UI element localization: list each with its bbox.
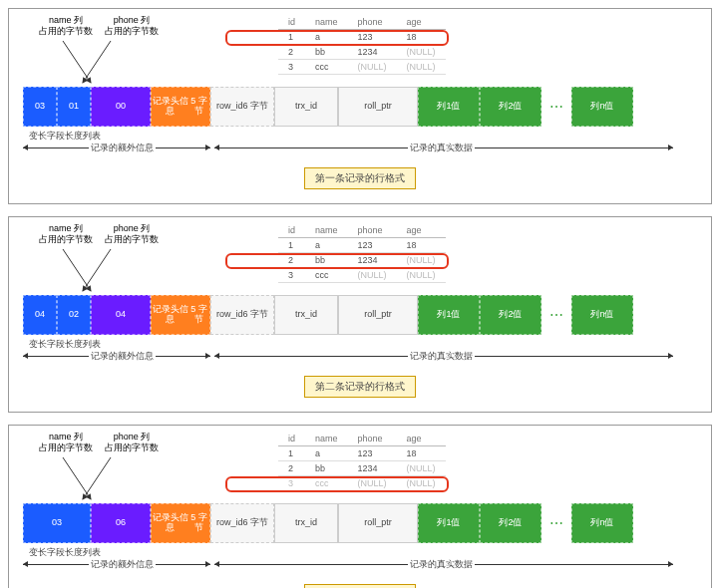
ellipsis: ⋯ xyxy=(541,295,571,335)
null-bitmap-block: 04 xyxy=(91,295,151,335)
record-panel: name 列占用的字节数phone 列占用的字节数idnamephoneage1… xyxy=(8,216,712,413)
row-id-block: row_id6 字节 xyxy=(210,503,274,543)
svg-line-1 xyxy=(83,41,111,83)
roll-ptr-block: roll_ptr xyxy=(338,503,418,543)
varlen-byte-block: 01 xyxy=(57,87,91,127)
record-panel: name 列占用的字节数phone 列占用的字节数idnamephoneage1… xyxy=(8,8,712,204)
table-header: id xyxy=(278,223,305,238)
phone-col-label: phone 列占用的字节数 xyxy=(105,432,159,453)
table-header: age xyxy=(397,15,446,30)
table-header: name xyxy=(305,432,348,446)
row-id-block: row_id6 字节 xyxy=(210,295,274,335)
coln-block: 列n值 xyxy=(571,295,633,335)
table-row: 3ccc(NULL)(NULL) xyxy=(278,476,446,491)
svg-line-3 xyxy=(83,249,111,291)
col2-block: 列2值 xyxy=(480,503,541,543)
table-header: id xyxy=(278,15,305,30)
trx-id-block: trx_id xyxy=(274,503,338,543)
record-panel: name 列占用的字节数phone 列占用的字节数idnamephoneage1… xyxy=(8,425,712,588)
record-header-block: 记录头信息5 字节 xyxy=(151,295,210,335)
extra-info-label: 记录的额外信息 xyxy=(89,350,156,363)
panel-caption: 第三条记录的行格式 xyxy=(304,584,416,588)
real-data-label: 记录的真实数据 xyxy=(408,142,475,154)
extra-info-label: 记录的额外信息 xyxy=(89,142,156,154)
data-table: idnamephoneage1a123182bb1234(NULL)3ccc(N… xyxy=(278,223,446,283)
data-table: idnamephoneage1a123182bb1234(NULL)3ccc(N… xyxy=(278,15,446,75)
table-row: 1a12318 xyxy=(278,446,446,461)
null-bitmap-block: 06 xyxy=(91,503,151,543)
real-data-label: 记录的真实数据 xyxy=(408,558,475,571)
varlen-byte-block: 03 xyxy=(23,87,57,127)
pointer-arrows xyxy=(43,39,163,89)
ellipsis: ⋯ xyxy=(541,87,571,127)
name-col-label: name 列占用的字节数 xyxy=(39,223,93,245)
ellipsis: ⋯ xyxy=(541,503,571,543)
col1-block: 列1值 xyxy=(418,503,480,543)
table-header: phone xyxy=(348,223,397,238)
record-header-block: 记录头信息5 字节 xyxy=(151,87,210,127)
varlen-byte-block: 02 xyxy=(57,295,91,335)
coln-block: 列n值 xyxy=(571,87,633,127)
varlen-byte-block: 03 xyxy=(23,503,91,543)
trx-id-block: trx_id xyxy=(274,295,338,335)
table-header: age xyxy=(397,223,446,238)
real-data-label: 记录的真实数据 xyxy=(408,350,475,363)
trx-id-block: trx_id xyxy=(274,87,338,127)
blocks-row: 030100记录头信息5 字节row_id6 字节trx_idroll_ptr列… xyxy=(19,87,701,127)
extra-info-label: 记录的额外信息 xyxy=(89,558,156,571)
roll-ptr-block: roll_ptr xyxy=(338,87,418,127)
pointer-arrows xyxy=(43,247,163,297)
col2-block: 列2值 xyxy=(480,295,541,335)
record-header-block: 记录头信息5 字节 xyxy=(151,503,210,543)
blocks-row: 0306记录头信息5 字节row_id6 字节trx_idroll_ptr列1值… xyxy=(19,503,701,543)
row-id-block: row_id6 字节 xyxy=(210,87,274,127)
panel-caption: 第一条记录的行格式 xyxy=(304,167,416,189)
name-col-label: name 列占用的字节数 xyxy=(39,15,93,37)
svg-line-5 xyxy=(83,457,111,499)
null-bitmap-block: 00 xyxy=(91,87,151,127)
roll-ptr-block: roll_ptr xyxy=(338,295,418,335)
data-table: idnamephoneage1a123182bb1234(NULL)3ccc(N… xyxy=(278,432,446,491)
table-row: 3ccc(NULL)(NULL) xyxy=(278,268,446,283)
col2-block: 列2值 xyxy=(480,87,541,127)
table-row: 1a12318 xyxy=(278,238,446,253)
varlen-byte-block: 04 xyxy=(23,295,57,335)
name-col-label: name 列占用的字节数 xyxy=(39,432,93,453)
blocks-row: 040204记录头信息5 字节row_id6 字节trx_idroll_ptr列… xyxy=(19,295,701,335)
phone-col-label: phone 列占用的字节数 xyxy=(105,223,159,245)
table-row: 2bb1234(NULL) xyxy=(278,253,446,268)
table-row: 3ccc(NULL)(NULL) xyxy=(278,60,446,75)
table-header: phone xyxy=(348,432,397,446)
table-row: 2bb1234(NULL) xyxy=(278,45,446,60)
pointer-arrows xyxy=(43,455,163,505)
table-header: name xyxy=(305,223,348,238)
col1-block: 列1值 xyxy=(418,87,480,127)
panel-caption: 第二条记录的行格式 xyxy=(304,376,416,398)
table-row: 2bb1234(NULL) xyxy=(278,461,446,476)
col1-block: 列1值 xyxy=(418,295,480,335)
table-header: age xyxy=(397,432,446,446)
coln-block: 列n值 xyxy=(571,503,633,543)
table-header: name xyxy=(305,15,348,30)
phone-col-label: phone 列占用的字节数 xyxy=(105,15,159,37)
table-header: phone xyxy=(348,15,397,30)
table-row: 1a12318 xyxy=(278,30,446,45)
table-header: id xyxy=(278,432,305,446)
